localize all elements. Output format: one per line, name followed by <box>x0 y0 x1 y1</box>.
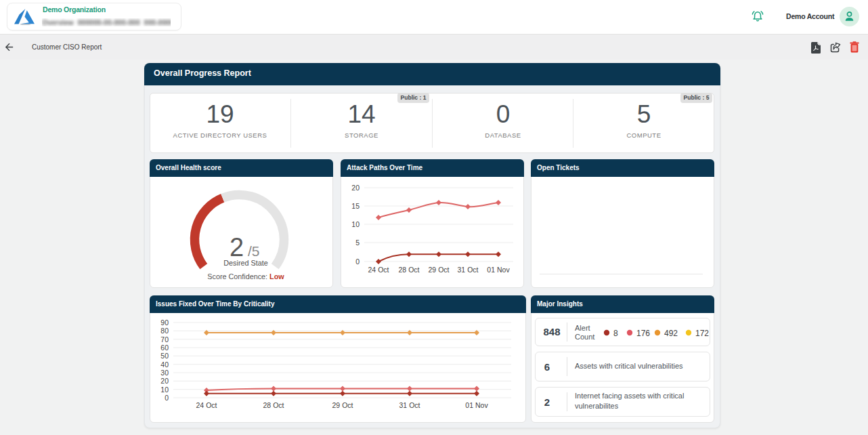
svg-text:29 Oct: 29 Oct <box>429 266 450 274</box>
svg-text:70: 70 <box>160 335 169 344</box>
svg-text:20: 20 <box>160 377 169 385</box>
svg-text:29 Oct: 29 Oct <box>332 401 353 409</box>
svg-text:24 Oct: 24 Oct <box>196 401 217 409</box>
svg-text:40: 40 <box>160 360 169 369</box>
svg-text:15: 15 <box>351 202 360 210</box>
svg-text:90: 90 <box>160 318 169 327</box>
svg-text:20: 20 <box>351 184 360 192</box>
svg-text:60: 60 <box>160 344 169 352</box>
svg-text:50: 50 <box>160 352 169 360</box>
svg-text:31 Oct: 31 Oct <box>458 266 479 274</box>
svg-text:172: 172 <box>695 329 709 338</box>
svg-text:28 Oct: 28 Oct <box>399 266 420 274</box>
svg-text:0: 0 <box>165 394 169 402</box>
svg-text:31 Oct: 31 Oct <box>399 401 420 409</box>
svg-text:10: 10 <box>160 386 169 394</box>
svg-text:5: 5 <box>355 239 360 247</box>
svg-text:01 Nov: 01 Nov <box>465 401 488 409</box>
svg-text:492: 492 <box>664 329 678 338</box>
svg-text:24 Oct: 24 Oct <box>368 266 389 274</box>
svg-text:176: 176 <box>636 329 650 338</box>
svg-text:28 Oct: 28 Oct <box>263 401 284 409</box>
svg-text:01 Nov: 01 Nov <box>487 266 510 274</box>
svg-text:30: 30 <box>160 369 169 377</box>
svg-text:80: 80 <box>160 327 169 335</box>
svg-text:8: 8 <box>613 329 618 338</box>
svg-text:10: 10 <box>351 220 360 228</box>
svg-text:0: 0 <box>355 257 360 266</box>
